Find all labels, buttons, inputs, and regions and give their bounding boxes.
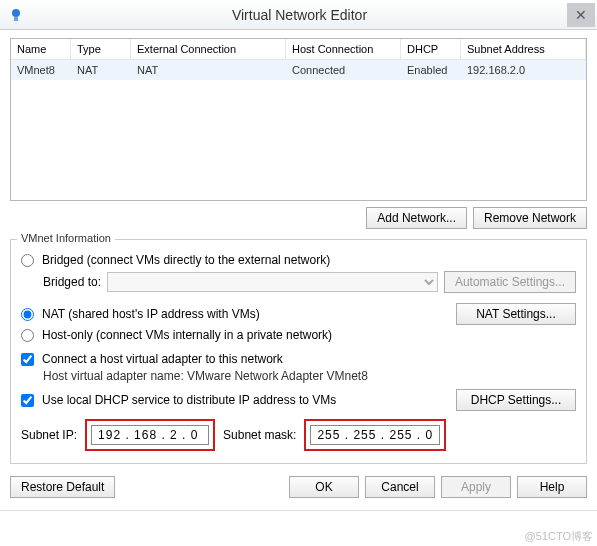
app-icon (8, 7, 24, 23)
cell-host: Connected (286, 60, 401, 80)
grid-header-row: Name Type External Connection Host Conne… (11, 39, 586, 60)
subnet-ip-input[interactable]: 192 . 168 . 2 . 0 (91, 425, 209, 445)
watermark: @51CTO博客 (525, 529, 593, 544)
dialog-footer: Restore Default OK Cancel Apply Help (0, 468, 597, 506)
dhcp-settings-button[interactable]: DHCP Settings... (456, 389, 576, 411)
add-network-button[interactable]: Add Network... (366, 207, 467, 229)
bridged-radio-row[interactable]: Bridged (connect VMs directly to the ext… (21, 253, 576, 267)
nat-label: NAT (shared host's IP address with VMs) (42, 307, 260, 321)
connect-host-checkbox[interactable] (21, 353, 34, 366)
cell-ext: NAT (131, 60, 286, 80)
cell-subnet: 192.168.2.0 (461, 60, 586, 80)
connect-host-row[interactable]: Connect a host virtual adapter to this n… (21, 352, 576, 366)
svg-point-0 (12, 9, 20, 17)
remove-network-button[interactable]: Remove Network (473, 207, 587, 229)
cancel-button[interactable]: Cancel (365, 476, 435, 498)
bridged-to-label: Bridged to: (43, 275, 101, 289)
hostonly-radio[interactable] (21, 329, 34, 342)
ip-row: Subnet IP: 192 . 168 . 2 . 0 Subnet mask… (21, 419, 576, 451)
subnet-ip-highlight: 192 . 168 . 2 . 0 (85, 419, 215, 451)
nat-settings-button[interactable]: NAT Settings... (456, 303, 576, 325)
grid-body[interactable]: VMnet8 NAT NAT Connected Enabled 192.168… (11, 60, 586, 200)
svg-rect-1 (14, 17, 18, 21)
apply-button: Apply (441, 476, 511, 498)
col-host-connection[interactable]: Host Connection (286, 39, 401, 59)
grid-row-vmnet8[interactable]: VMnet8 NAT NAT Connected Enabled 192.168… (11, 60, 586, 80)
subnet-mask-label: Subnet mask: (223, 428, 296, 442)
window-title: Virtual Network Editor (32, 7, 567, 23)
nat-radio-row[interactable]: NAT (shared host's IP address with VMs) … (21, 303, 576, 325)
bridged-radio[interactable] (21, 254, 34, 267)
col-type[interactable]: Type (71, 39, 131, 59)
automatic-settings-button: Automatic Settings... (444, 271, 576, 293)
connect-host-label: Connect a host virtual adapter to this n… (42, 352, 283, 366)
cell-type: NAT (71, 60, 131, 80)
hostonly-label: Host-only (connect VMs internally in a p… (42, 328, 332, 342)
help-button[interactable]: Help (517, 476, 587, 498)
nat-radio[interactable] (21, 308, 34, 321)
hostonly-radio-row[interactable]: Host-only (connect VMs internally in a p… (21, 328, 576, 342)
title-bar: Virtual Network Editor ✕ (0, 0, 597, 30)
restore-default-button[interactable]: Restore Default (10, 476, 115, 498)
vmnet-info-group: VMnet Information Bridged (connect VMs d… (10, 239, 587, 464)
col-subnet-address[interactable]: Subnet Address (461, 39, 586, 59)
use-dhcp-row[interactable]: Use local DHCP service to distribute IP … (21, 389, 576, 411)
subnet-ip-label: Subnet IP: (21, 428, 77, 442)
bridged-label: Bridged (connect VMs directly to the ext… (42, 253, 330, 267)
subnet-mask-highlight: 255 . 255 . 255 . 0 (304, 419, 446, 451)
cell-name: VMnet8 (11, 60, 71, 80)
subnet-mask-input[interactable]: 255 . 255 . 255 . 0 (310, 425, 440, 445)
grid-buttons: Add Network... Remove Network (10, 207, 587, 229)
ok-button[interactable]: OK (289, 476, 359, 498)
cell-dhcp: Enabled (401, 60, 461, 80)
bridged-to-row: Bridged to: Automatic Settings... (43, 271, 576, 293)
host-adapter-info: Host virtual adapter name: VMware Networ… (43, 369, 576, 383)
use-dhcp-label: Use local DHCP service to distribute IP … (42, 393, 336, 407)
network-grid[interactable]: Name Type External Connection Host Conne… (10, 38, 587, 201)
vmnet-info-title: VMnet Information (17, 232, 115, 244)
col-dhcp[interactable]: DHCP (401, 39, 461, 59)
bridged-to-select (107, 272, 438, 292)
col-name[interactable]: Name (11, 39, 71, 59)
close-icon: ✕ (575, 7, 587, 23)
col-external-connection[interactable]: External Connection (131, 39, 286, 59)
use-dhcp-checkbox[interactable] (21, 394, 34, 407)
close-button[interactable]: ✕ (567, 3, 595, 27)
